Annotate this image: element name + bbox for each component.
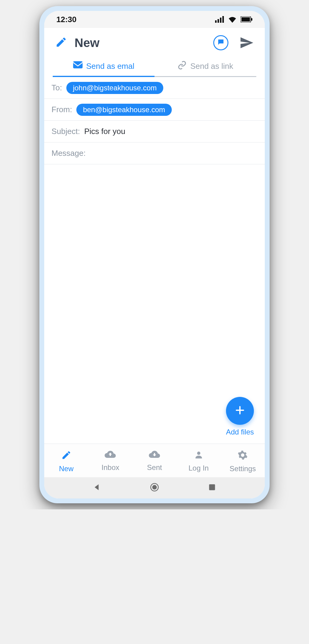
back-icon[interactable] [93,483,101,492]
svg-rect-7 [73,61,82,68]
send-button[interactable] [239,35,254,50]
svg-rect-2 [220,18,221,23]
tab-send-link[interactable]: Send as link [154,56,256,77]
home-icon[interactable] [150,483,159,493]
mail-icon [73,61,83,71]
nav-sent-label: Sent [147,463,162,472]
tab-send-email[interactable]: Send as emal [53,56,154,77]
gear-icon [238,450,248,462]
battery-icon [241,16,253,22]
tab-link-label: Send as link [190,62,233,71]
intercom-button[interactable] [213,35,228,50]
chat-icon [217,38,225,47]
from-label: From: [51,105,72,114]
to-label: To: [51,83,62,92]
add-files-button[interactable] [226,397,254,425]
nav-settings[interactable]: Settings [221,450,265,473]
svg-point-10 [152,485,157,490]
cloud-upload-icon [105,450,116,461]
nav-sent[interactable]: Sent [132,450,177,473]
message-row[interactable]: Message: [44,143,265,164]
wifi-icon [228,16,237,23]
from-chip[interactable]: ben@bigsteakhouse.com [76,104,172,116]
status-bar: 12:30 [44,11,265,28]
svg-rect-0 [215,20,217,23]
pencil-icon [61,450,71,462]
to-row[interactable]: To: john@bigsteakhouse.com [44,77,265,99]
message-label: Message: [51,149,86,158]
cloud-download-icon [149,450,160,461]
nav-inbox[interactable]: Inbox [88,450,133,473]
nav-inbox-label: Inbox [101,463,119,472]
send-icon [239,35,254,50]
to-chip[interactable]: john@bigsteakhouse.com [66,82,164,94]
page-title: New [75,36,206,50]
link-icon [178,61,187,72]
svg-point-8 [197,451,200,455]
tab-email-label: Send as emal [86,62,135,71]
message-body[interactable]: Add files [44,164,265,444]
svg-rect-5 [241,17,250,22]
pencil-icon [55,36,67,49]
bottom-nav: New Inbox Sent Log In [44,444,265,477]
send-mode-tabs: Send as emal Send as link [44,56,265,77]
add-files-label: Add files [226,428,254,436]
subject-input[interactable]: Pics for you [84,127,125,136]
nav-new-label: New [59,465,74,473]
subject-label: Subject: [51,127,80,136]
person-icon [194,450,204,461]
signal-icon [215,16,224,23]
android-nav-bar [44,477,265,498]
svg-rect-6 [251,18,252,21]
nav-settings-label: Settings [230,465,256,473]
status-time: 12:30 [56,15,77,24]
nav-login-label: Log In [188,464,209,472]
compose-header: New [44,28,265,56]
svg-rect-1 [218,19,219,23]
subject-row[interactable]: Subject: Pics for you [44,121,265,143]
recents-icon[interactable] [208,483,216,492]
nav-new[interactable]: New [44,450,88,473]
plus-icon [234,404,246,418]
from-row[interactable]: From: ben@bigsteakhouse.com [44,99,265,121]
svg-rect-11 [209,484,215,490]
svg-rect-3 [222,16,224,23]
nav-login[interactable]: Log In [177,450,221,473]
